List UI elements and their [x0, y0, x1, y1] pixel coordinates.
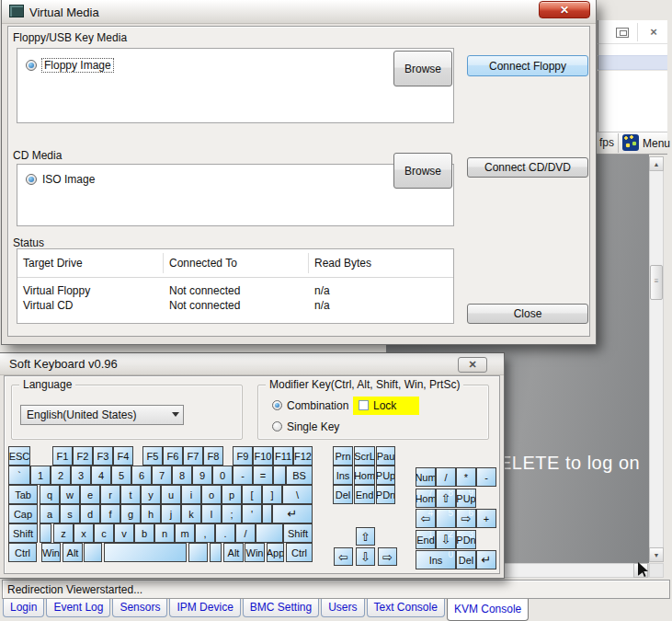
key-F4[interactable]: F4 — [113, 446, 133, 466]
key-F9[interactable]: F9 — [233, 446, 253, 466]
key-/[interactable]: / — [235, 523, 256, 543]
key-Num[interactable]: Num — [416, 467, 436, 487]
floppy-image-radio-label[interactable]: Floppy Image — [42, 59, 113, 72]
key-blank[interactable] — [210, 543, 222, 562]
key-x[interactable]: x — [74, 523, 94, 543]
tab-users[interactable]: Users — [321, 599, 364, 617]
key-⇨[interactable]: ⇨ — [378, 547, 397, 566]
key-blank[interactable] — [188, 543, 208, 562]
key-e[interactable]: e — [80, 485, 100, 504]
key-BS[interactable]: BS — [286, 466, 313, 485]
key-PDn[interactable]: PDn — [376, 485, 395, 504]
key-[[interactable]: [ — [242, 485, 262, 504]
key-q[interactable]: q — [40, 485, 60, 504]
key-y[interactable]: y — [141, 485, 161, 504]
key-blank[interactable] — [262, 504, 272, 523]
key-n[interactable]: n — [154, 523, 175, 543]
connect-cddvd-button[interactable]: Connect CD/DVD — [467, 157, 588, 178]
key-5[interactable]: 5 — [111, 466, 131, 485]
scroll-down-icon[interactable]: ▼ — [649, 547, 664, 562]
key-⇧[interactable]: ⇧8 — [436, 489, 456, 508]
key-;[interactable]: ; — [222, 504, 242, 523]
key-w[interactable]: w — [60, 485, 80, 504]
key-`[interactable]: ` — [8, 466, 30, 485]
key-.[interactable]: . — [215, 523, 235, 543]
iso-image-radio-label[interactable]: ISO Image — [42, 173, 95, 186]
key-Win[interactable]: Win — [41, 543, 61, 562]
iso-image-radio[interactable] — [26, 174, 37, 185]
tab-login[interactable]: Login — [3, 599, 44, 617]
close-button[interactable]: Close — [467, 304, 588, 324]
tab-kvm-console[interactable]: KVM Console — [447, 599, 529, 621]
key-blank[interactable] — [273, 466, 286, 485]
key-Win[interactable]: Win — [245, 543, 265, 562]
key-PUp[interactable]: PUp9 — [456, 489, 476, 508]
key-⇩[interactable]: ⇩2 — [436, 530, 456, 549]
key-ScrL[interactable]: ScrL — [354, 446, 375, 466]
single-key-radio-label[interactable]: Single Key — [287, 420, 339, 433]
key-*[interactable]: * — [456, 467, 476, 487]
key-↵[interactable]: ↵ — [476, 550, 496, 569]
key-F1[interactable]: F1 — [52, 446, 73, 466]
key-blank[interactable] — [84, 543, 102, 562]
language-select[interactable]: English(United States) — [20, 405, 184, 425]
key-⇦[interactable]: ⇦ — [334, 547, 353, 566]
key-F7[interactable]: F7 — [183, 446, 203, 466]
tab-sensors[interactable]: Sensors — [112, 599, 167, 617]
key-⇧[interactable]: ⇧ — [356, 527, 375, 546]
single-key-radio[interactable] — [272, 421, 282, 431]
scrollbar-thumb[interactable]: ≡ — [650, 265, 663, 300]
key-5[interactable]: 5 — [436, 509, 456, 528]
lock-checkbox[interactable] — [359, 400, 369, 410]
key-PDn[interactable]: PDn3 — [456, 530, 476, 549]
key-ESC[interactable]: ESC — [8, 446, 30, 466]
key-\[interactable]: \ — [282, 485, 313, 504]
close-window-icon[interactable]: × — [644, 25, 663, 40]
connect-floppy-button[interactable]: Connect Floppy — [467, 55, 588, 76]
key-F11[interactable]: F11 — [273, 446, 293, 466]
key-d[interactable]: d — [80, 504, 100, 523]
key-F10[interactable]: F10 — [253, 446, 273, 466]
key-Ins[interactable]: Ins0 — [416, 550, 456, 569]
key-End[interactable]: End1 — [416, 530, 436, 549]
key-End[interactable]: End — [354, 485, 375, 504]
key-9[interactable]: 9 — [192, 466, 212, 485]
key-z[interactable]: z — [53, 523, 74, 543]
key-k[interactable]: k — [181, 504, 201, 523]
key-o[interactable]: o — [201, 485, 222, 504]
key-Shift[interactable]: Shift — [283, 523, 313, 543]
key-/[interactable]: / — [436, 467, 456, 487]
key-t[interactable]: t — [120, 485, 141, 504]
key--[interactable]: - — [233, 466, 253, 485]
tab-ipm-device[interactable]: IPM Device — [169, 599, 240, 617]
menu-icon[interactable] — [622, 134, 639, 151]
scroll-up-icon[interactable]: ▲ — [649, 156, 664, 171]
key-Ctrl[interactable]: Ctrl — [286, 543, 313, 562]
key-↵[interactable]: ↵ — [272, 504, 313, 523]
key-m[interactable]: m — [175, 523, 195, 543]
key-,[interactable]: , — [195, 523, 215, 543]
key-Hom[interactable]: Hom — [354, 466, 375, 485]
key-8[interactable]: 8 — [172, 466, 192, 485]
key-Alt[interactable]: Alt — [63, 543, 83, 562]
key-⇩[interactable]: ⇩ — [356, 547, 375, 566]
key-6[interactable]: 6 — [131, 466, 152, 485]
menu-button[interactable]: Menu — [643, 137, 670, 150]
combination-radio-label[interactable]: Combination — [287, 399, 348, 412]
key-PUp[interactable]: PUp — [376, 466, 395, 485]
key-Hom[interactable]: Hom7 — [416, 489, 436, 508]
key-Prn[interactable]: Prn — [333, 446, 353, 466]
key-u[interactable]: u — [161, 485, 181, 504]
key-⇦[interactable]: ⇦4 — [416, 509, 436, 528]
key-3[interactable]: 3 — [71, 466, 91, 485]
key-Ctrl[interactable]: Ctrl — [8, 543, 37, 562]
key-blank[interactable] — [40, 523, 51, 543]
key-F6[interactable]: F6 — [163, 446, 183, 466]
key-j[interactable]: j — [161, 504, 181, 523]
key-f[interactable]: f — [100, 504, 120, 523]
sk-titlebar[interactable]: Soft Keyboard v0.96 ✕ — [0, 353, 504, 375]
key-Del[interactable]: Del — [456, 550, 476, 569]
vm-close-button[interactable]: ✕ — [539, 1, 590, 18]
key-l[interactable]: l — [201, 504, 222, 523]
key-F5[interactable]: F5 — [142, 446, 163, 466]
